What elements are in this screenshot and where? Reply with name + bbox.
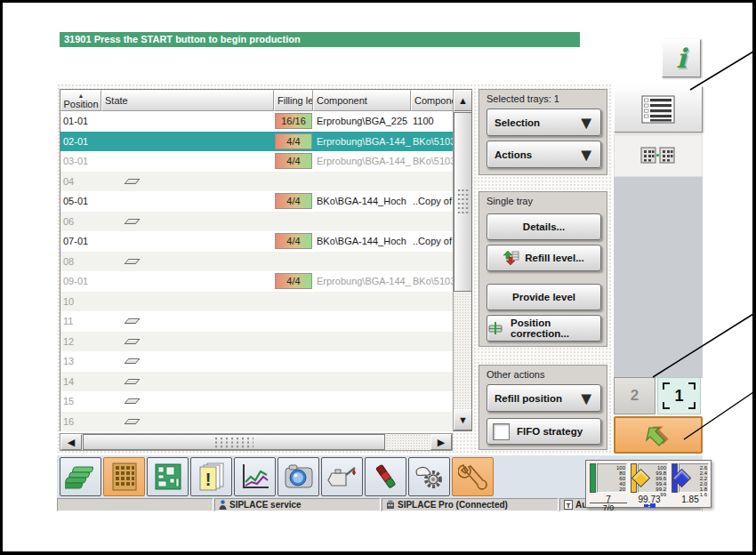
toolbar-maintenance-button[interactable] — [321, 457, 363, 496]
status-segment-user: SIPLACE service — [214, 498, 381, 511]
selection-dropdown[interactable]: Selection ▼ — [487, 109, 601, 136]
refill-level-icon — [503, 251, 519, 265]
refill-position-dropdown[interactable]: Refill position ▼ — [487, 384, 601, 412]
camera-icon — [284, 463, 314, 490]
filling-level-indicator: 4/4 — [275, 153, 312, 169]
tab-list-view[interactable] — [614, 86, 703, 133]
empty-tray-icon — [124, 339, 140, 344]
svg-text:T: T — [567, 502, 571, 510]
scroll-left-button[interactable]: ◀ — [60, 434, 82, 450]
toolbar-setup-wrench-button[interactable] — [452, 457, 494, 496]
column-header-component[interactable]: Component — [313, 90, 411, 111]
list-view-icon — [640, 94, 676, 125]
vertical-scroll-thumb[interactable] — [454, 112, 472, 292]
fifo-strategy-toggle[interactable]: FIFO strategy — [487, 418, 601, 445]
column-header-component-2[interactable]: Component — [411, 90, 453, 111]
toolbar-vision-camera-button[interactable] — [277, 457, 319, 496]
feeder-stack-icon — [65, 462, 97, 492]
column-label: Position — [63, 99, 98, 109]
fifo-label: FIFO strategy — [517, 426, 583, 437]
column-label: Component — [414, 95, 453, 106]
user-label: SIPLACE service — [229, 499, 302, 511]
focus-corner — [688, 402, 696, 409]
empty-tray-icon — [124, 219, 140, 224]
column-header-position[interactable]: ▲ Position — [60, 90, 101, 111]
connector-icon — [631, 503, 668, 509]
filling-level-indicator: 4/4 — [275, 273, 312, 289]
mode-icon: T — [564, 500, 573, 510]
scroll-up-button[interactable]: ▲ — [454, 90, 472, 111]
fifo-checkbox[interactable] — [493, 423, 510, 440]
info-icon: i — [676, 45, 686, 72]
column-header-state[interactable]: State — [101, 90, 274, 111]
toolbar-tray-table-button[interactable] — [103, 457, 145, 496]
empty-tray-icon — [124, 179, 140, 184]
position-correction-button[interactable]: Position correction... — [487, 315, 601, 342]
back-button[interactable] — [614, 416, 703, 454]
table-row[interactable]: 10 — [60, 292, 453, 312]
page-1-label: 1 — [674, 387, 683, 406]
page-2-button[interactable]: 2 — [614, 377, 655, 414]
table-row[interactable]: 04 — [60, 172, 453, 192]
scroll-right-button[interactable]: ▶ — [430, 434, 452, 450]
table-row[interactable]: 12 — [60, 332, 453, 352]
actions-dropdown[interactable]: Actions ▼ — [487, 141, 601, 168]
selected-trays-label: Selected trays: 1 — [479, 90, 607, 104]
vertical-scrollbar[interactable]: ▲ ▼ — [453, 90, 471, 430]
table-row[interactable]: 05-014/4BKo\BGA-144_Hoch..Copy of 51 — [60, 191, 453, 212]
machine-gauges-panel[interactable]: 10080 6040 20 10099.8 99.699.4 99.299 2.… — [585, 460, 712, 508]
horizontal-scroll-thumb[interactable] — [83, 434, 385, 450]
hand-gear-icon — [414, 462, 446, 491]
info-button[interactable]: i — [662, 39, 701, 77]
toolbar-statistics-button[interactable] — [234, 457, 276, 496]
table-row[interactable]: 07-014/4BKo\BGA-144_Hoch..Copy of 51 — [60, 231, 453, 252]
scroll-down-button[interactable]: ▼ — [454, 409, 472, 430]
table-row[interactable]: 01-0116/16Erprobung\BGA_2251100 — [60, 111, 453, 132]
table-row[interactable]: 11 — [60, 311, 453, 332]
horizontal-scrollbar[interactable]: ◀ ▶ — [60, 433, 453, 451]
position-correction-label: Position correction... — [511, 318, 600, 339]
table-row[interactable]: 06 — [60, 212, 453, 232]
table-header: ▲ Position State Filling level Component… — [60, 90, 471, 111]
focus-corner — [688, 382, 696, 390]
selected-trays-group: Selected trays: 1 Selection ▼ Actions ▼ — [479, 89, 607, 175]
chevron-down-icon: ▼ — [577, 146, 595, 164]
grip-dots — [214, 437, 253, 448]
screenshot-frame: 31901 Press the START button to begin pr… — [0, 0, 756, 555]
tray-table-icon — [110, 462, 139, 492]
table-row[interactable]: 03-014/4Erprobung\BGA-144_2BKo\5103 — [60, 151, 453, 172]
grip-dots — [457, 189, 469, 215]
column-label: Filling level — [277, 95, 313, 106]
status-segment-empty — [57, 498, 213, 511]
user-icon — [219, 500, 227, 510]
table-row[interactable]: 14 — [60, 372, 453, 392]
details-button[interactable]: Details... — [487, 213, 601, 240]
toolbar-board-station-button[interactable] — [147, 457, 189, 496]
gauge-rate: 2.62.4 2.22.0 1.81.6 — [672, 463, 709, 493]
table-row[interactable]: 15 — [60, 391, 453, 412]
table-row[interactable]: 16 — [60, 412, 453, 432]
position-correction-icon — [487, 322, 505, 334]
gauge-output-value2: 7/0 — [590, 503, 627, 512]
details-label: Details... — [523, 221, 565, 232]
toolbar-messages-button[interactable]: ! — [190, 457, 232, 496]
toolbar-feeder-stack-button[interactable] — [60, 457, 101, 496]
page-1-button[interactable]: 1 — [657, 377, 701, 414]
toolbar-manual-service-button[interactable] — [408, 457, 450, 496]
refill-level-button[interactable]: Refill level... — [487, 245, 601, 271]
other-actions-label: Other actions — [479, 366, 607, 380]
focus-corner — [663, 382, 670, 390]
table-row[interactable]: 13 — [60, 351, 453, 372]
provide-level-button[interactable]: Provide level — [487, 284, 601, 310]
table-row[interactable]: 09-014/4Erprobung\BGA-144_3BKo\5103 — [60, 271, 453, 292]
column-header-filling-level[interactable]: Filling level — [274, 90, 313, 111]
svg-text:!: ! — [205, 470, 211, 489]
table-row[interactable]: 02-014/4Erprobung\BGA-144_1BKo\5103 — [60, 132, 453, 152]
board-station-icon — [154, 462, 182, 491]
filling-level-indicator: 16/16 — [275, 113, 312, 129]
gauge-bar-green — [590, 463, 596, 493]
table-row[interactable]: 08 — [60, 252, 453, 272]
toolbar-component-tool-button[interactable] — [365, 457, 406, 496]
tab-matrix-view[interactable] — [614, 134, 703, 177]
status-message-bar: 31901 Press the START button to begin pr… — [60, 32, 580, 47]
